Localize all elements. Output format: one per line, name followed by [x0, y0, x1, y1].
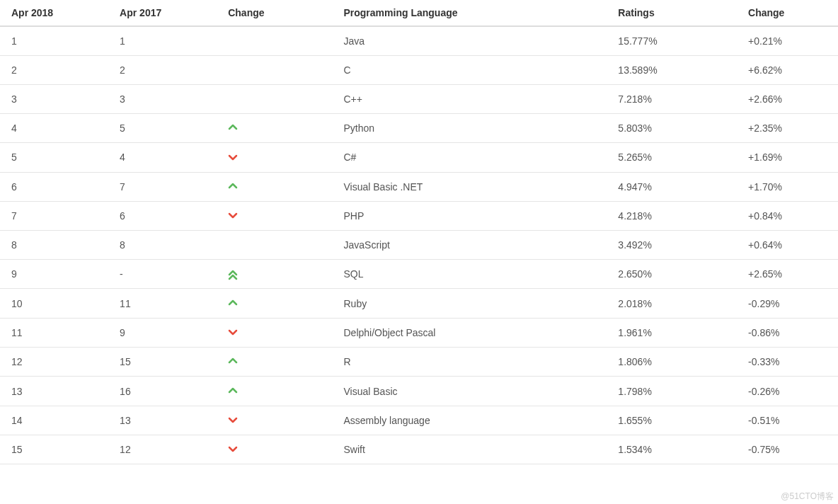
cell-apr2018: 13 — [0, 377, 108, 406]
cell-ratings: 7.218% — [607, 85, 737, 114]
cell-apr2018: 11 — [0, 318, 108, 347]
cell-apr2017: 13 — [108, 406, 217, 435]
cell-apr2018: 2 — [0, 56, 108, 85]
chevron-down-icon — [228, 328, 238, 338]
cell-language: Python — [332, 114, 607, 143]
cell-apr2017: 11 — [108, 289, 217, 318]
table-row: 33C++7.218%+2.66% — [0, 85, 838, 114]
cell-language: Assembly language — [332, 406, 607, 435]
cell-ratings: 13.589% — [607, 56, 737, 85]
header-apr2018: Apr 2018 — [0, 0, 108, 26]
table-header-row: Apr 2018 Apr 2017 Change Programming Lan… — [0, 0, 838, 26]
cell-trend — [217, 406, 332, 435]
cell-trend — [217, 26, 332, 56]
cell-apr2017: 9 — [108, 318, 217, 347]
table-row: 54C#5.265%+1.69% — [0, 143, 838, 172]
cell-change: +2.66% — [737, 85, 838, 114]
cell-ratings: 5.803% — [607, 114, 737, 143]
cell-language: Java — [332, 26, 607, 56]
table-row: 1011Ruby2.018%-0.29% — [0, 289, 838, 318]
chevron-up-icon — [228, 299, 238, 309]
cell-trend — [217, 435, 332, 464]
cell-apr2017: 15 — [108, 348, 217, 377]
cell-language: JavaScript — [332, 231, 607, 260]
chevron-up-icon — [228, 124, 238, 134]
cell-language: Visual Basic .NET — [332, 172, 607, 201]
cell-trend — [217, 85, 332, 114]
cell-language: C — [332, 56, 607, 85]
cell-apr2018: 12 — [0, 348, 108, 377]
cell-change: +0.21% — [737, 26, 838, 56]
cell-apr2018: 3 — [0, 85, 108, 114]
cell-language: Ruby — [332, 289, 607, 318]
cell-apr2017: 2 — [108, 56, 217, 85]
table-row: 88JavaScript3.492%+0.64% — [0, 231, 838, 260]
table-row: 1215R1.806%-0.33% — [0, 348, 838, 377]
cell-change: -0.33% — [737, 348, 838, 377]
cell-trend — [217, 231, 332, 260]
header-apr2017: Apr 2017 — [108, 0, 217, 26]
table-row: 1512Swift1.534%-0.75% — [0, 435, 838, 464]
cell-apr2018: 10 — [0, 289, 108, 318]
header-change-icon: Change — [217, 0, 332, 26]
cell-ratings: 1.798% — [607, 377, 737, 406]
chevron-up-icon — [228, 183, 238, 193]
cell-change: +0.64% — [737, 231, 838, 260]
table-row: 119Delphi/Object Pascal1.961%-0.86% — [0, 318, 838, 347]
cell-apr2018: 6 — [0, 172, 108, 201]
cell-trend — [217, 172, 332, 201]
double-chevron-up-icon — [228, 270, 238, 280]
cell-ratings: 1.961% — [607, 318, 737, 347]
cell-ratings: 2.018% — [607, 289, 737, 318]
cell-language: Delphi/Object Pascal — [332, 318, 607, 347]
cell-change: +1.69% — [737, 143, 838, 172]
cell-change: +2.35% — [737, 114, 838, 143]
cell-change: -0.51% — [737, 406, 838, 435]
cell-change: +6.62% — [737, 56, 838, 85]
cell-change: +2.65% — [737, 260, 838, 289]
cell-ratings: 4.218% — [607, 201, 737, 230]
cell-ratings: 2.650% — [607, 260, 737, 289]
cell-language: R — [332, 348, 607, 377]
table-row: 45Python5.803%+2.35% — [0, 114, 838, 143]
cell-language: Swift — [332, 435, 607, 464]
cell-ratings: 1.655% — [607, 406, 737, 435]
cell-trend — [217, 114, 332, 143]
cell-apr2018: 4 — [0, 114, 108, 143]
cell-change: -0.29% — [737, 289, 838, 318]
chevron-down-icon — [228, 154, 238, 164]
chevron-down-icon — [228, 416, 238, 426]
chevron-down-icon — [228, 445, 238, 455]
cell-trend — [217, 56, 332, 85]
chevron-up-icon — [228, 357, 238, 367]
cell-trend — [217, 348, 332, 377]
cell-change: +1.70% — [737, 172, 838, 201]
cell-change: -0.75% — [737, 435, 838, 464]
cell-trend — [217, 377, 332, 406]
cell-apr2017: 8 — [108, 231, 217, 260]
cell-ratings: 1.534% — [607, 435, 737, 464]
cell-language: SQL — [332, 260, 607, 289]
cell-apr2017: 12 — [108, 435, 217, 464]
cell-language: PHP — [332, 201, 607, 230]
cell-trend — [217, 289, 332, 318]
table-row: 67Visual Basic .NET4.947%+1.70% — [0, 172, 838, 201]
cell-apr2017: 16 — [108, 377, 217, 406]
table-row: 1316Visual Basic1.798%-0.26% — [0, 377, 838, 406]
chevron-up-icon — [228, 387, 238, 397]
cell-change: +0.84% — [737, 201, 838, 230]
cell-ratings: 1.806% — [607, 348, 737, 377]
table-row: 22C13.589%+6.62% — [0, 56, 838, 85]
cell-apr2017: 6 — [108, 201, 217, 230]
cell-apr2018: 9 — [0, 260, 108, 289]
cell-apr2017: 3 — [108, 85, 217, 114]
cell-ratings: 3.492% — [607, 231, 737, 260]
cell-apr2017: 5 — [108, 114, 217, 143]
cell-apr2018: 8 — [0, 231, 108, 260]
cell-trend — [217, 201, 332, 230]
cell-trend — [217, 318, 332, 347]
table-row: 11Java15.777%+0.21% — [0, 26, 838, 56]
cell-language: Visual Basic — [332, 377, 607, 406]
ranking-table: Apr 2018 Apr 2017 Change Programming Lan… — [0, 0, 838, 464]
table-row: 9-SQL2.650%+2.65% — [0, 260, 838, 289]
